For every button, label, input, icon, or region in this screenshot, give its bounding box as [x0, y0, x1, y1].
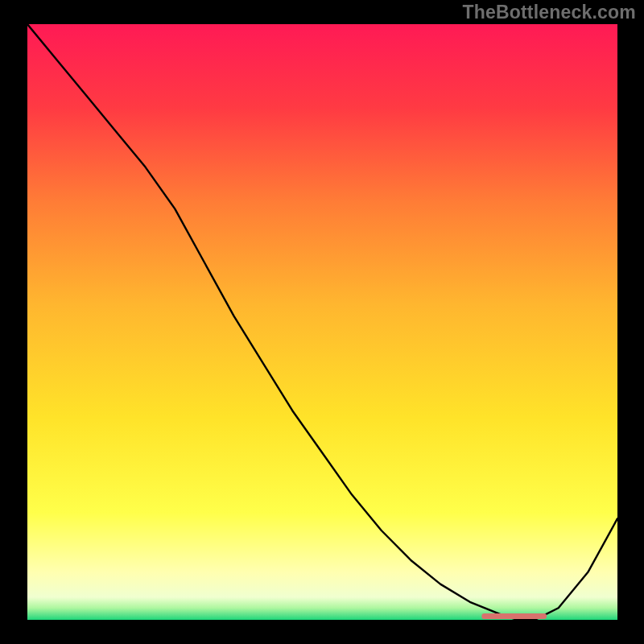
plot-area [27, 24, 617, 620]
bottleneck-chart [27, 24, 617, 620]
chart-canvas: TheBottleneck.com [0, 0, 644, 644]
watermark-text: TheBottleneck.com [462, 2, 636, 23]
optimal-range-highlight [481, 613, 547, 619]
gradient-background [27, 24, 617, 620]
